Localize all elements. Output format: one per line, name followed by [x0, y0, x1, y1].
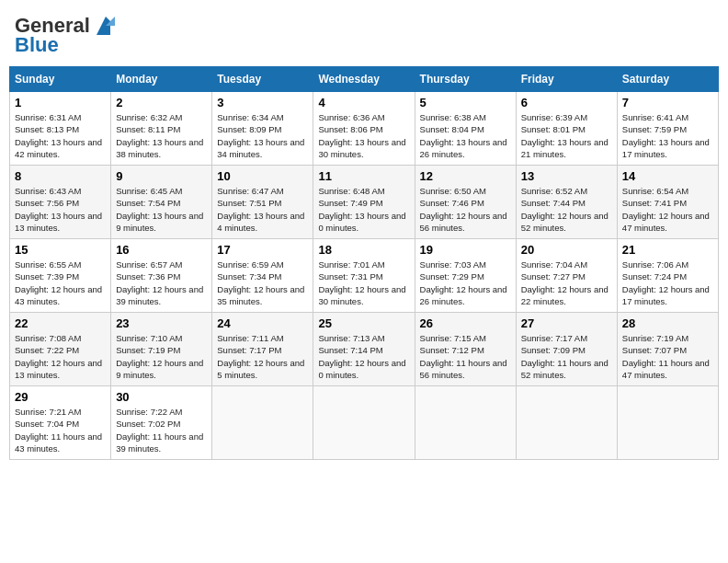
day-detail: Sunrise: 6:41 AMSunset: 7:59 PMDaylight:…: [622, 111, 713, 160]
day-number: 12: [420, 169, 511, 183]
day-detail: Sunrise: 6:43 AMSunset: 7:56 PMDaylight:…: [15, 185, 106, 234]
calendar-cell: 18 Sunrise: 7:01 AMSunset: 7:31 PMDaylig…: [313, 239, 415, 313]
day-number: 18: [318, 243, 409, 257]
day-number: 13: [521, 169, 612, 183]
calendar-cell: 29 Sunrise: 7:21 AMSunset: 7:04 PMDaylig…: [10, 386, 111, 460]
day-number: 21: [622, 243, 713, 257]
calendar-cell: 13 Sunrise: 6:52 AMSunset: 7:44 PMDaylig…: [516, 166, 617, 239]
calendar-cell: 28 Sunrise: 7:19 AMSunset: 7:07 PMDaylig…: [617, 313, 718, 386]
calendar-table: SundayMondayTuesdayWednesdayThursdayFrid…: [9, 66, 719, 460]
calendar-cell: 21 Sunrise: 7:06 AMSunset: 7:24 PMDaylig…: [617, 239, 718, 313]
day-number: 11: [318, 169, 409, 183]
day-number: 23: [116, 316, 207, 330]
calendar-cell: 16 Sunrise: 6:57 AMSunset: 7:36 PMDaylig…: [111, 239, 212, 313]
weekday-header-sunday: Sunday: [10, 67, 111, 92]
day-number: 3: [217, 96, 308, 109]
calendar-cell: 30 Sunrise: 7:22 AMSunset: 7:02 PMDaylig…: [111, 386, 212, 460]
day-detail: Sunrise: 7:10 AMSunset: 7:19 PMDaylight:…: [116, 332, 207, 381]
day-number: 4: [318, 96, 409, 109]
day-detail: Sunrise: 6:59 AMSunset: 7:34 PMDaylight:…: [217, 259, 308, 307]
day-detail: Sunrise: 6:31 AMSunset: 8:13 PMDaylight:…: [15, 111, 106, 160]
day-number: 10: [217, 169, 308, 183]
calendar-cell: 7 Sunrise: 6:41 AMSunset: 7:59 PMDayligh…: [617, 92, 718, 166]
day-number: 26: [420, 316, 511, 330]
day-number: 9: [116, 169, 207, 183]
calendar-cell: 26 Sunrise: 7:15 AMSunset: 7:12 PMDaylig…: [415, 313, 516, 386]
calendar-cell: 12 Sunrise: 6:50 AMSunset: 7:46 PMDaylig…: [415, 166, 516, 239]
day-detail: Sunrise: 6:38 AMSunset: 8:04 PMDaylight:…: [420, 111, 511, 160]
calendar-cell: 3 Sunrise: 6:34 AMSunset: 8:09 PMDayligh…: [212, 92, 313, 166]
day-detail: Sunrise: 7:04 AMSunset: 7:27 PMDaylight:…: [521, 259, 612, 307]
page-header: General Blue: [9, 9, 719, 59]
calendar-cell: 8 Sunrise: 6:43 AMSunset: 7:56 PMDayligh…: [10, 166, 111, 239]
calendar-cell: [415, 386, 516, 460]
day-number: 22: [15, 316, 106, 330]
calendar-cell: 23 Sunrise: 7:10 AMSunset: 7:19 PMDaylig…: [111, 313, 212, 386]
calendar-cell: 15 Sunrise: 6:55 AMSunset: 7:39 PMDaylig…: [10, 239, 111, 313]
calendar-cell: 5 Sunrise: 6:38 AMSunset: 8:04 PMDayligh…: [415, 92, 516, 166]
day-number: 7: [622, 96, 713, 109]
calendar-cell: 10 Sunrise: 6:47 AMSunset: 7:51 PMDaylig…: [212, 166, 313, 239]
day-detail: Sunrise: 6:36 AMSunset: 8:06 PMDaylight:…: [318, 111, 409, 160]
day-detail: Sunrise: 7:01 AMSunset: 7:31 PMDaylight:…: [318, 259, 409, 307]
day-detail: Sunrise: 7:06 AMSunset: 7:24 PMDaylight:…: [622, 259, 713, 307]
weekday-header-wednesday: Wednesday: [313, 67, 415, 92]
weekday-header-monday: Monday: [111, 67, 212, 92]
day-number: 15: [15, 243, 106, 257]
calendar-cell: 22 Sunrise: 7:08 AMSunset: 7:22 PMDaylig…: [10, 313, 111, 386]
day-detail: Sunrise: 6:32 AMSunset: 8:11 PMDaylight:…: [116, 111, 207, 160]
calendar-cell: 20 Sunrise: 7:04 AMSunset: 7:27 PMDaylig…: [516, 239, 617, 313]
day-detail: Sunrise: 7:15 AMSunset: 7:12 PMDaylight:…: [420, 332, 511, 381]
day-detail: Sunrise: 6:57 AMSunset: 7:36 PMDaylight:…: [116, 259, 207, 307]
day-detail: Sunrise: 6:52 AMSunset: 7:44 PMDaylight:…: [521, 185, 612, 234]
day-detail: Sunrise: 7:03 AMSunset: 7:29 PMDaylight:…: [420, 259, 511, 307]
day-number: 30: [116, 390, 207, 404]
day-number: 8: [15, 169, 106, 183]
calendar-cell: 19 Sunrise: 7:03 AMSunset: 7:29 PMDaylig…: [415, 239, 516, 313]
day-number: 28: [622, 316, 713, 330]
calendar-cell: 2 Sunrise: 6:32 AMSunset: 8:11 PMDayligh…: [111, 92, 212, 166]
day-number: 1: [15, 96, 106, 109]
day-number: 2: [116, 96, 207, 109]
day-detail: Sunrise: 7:08 AMSunset: 7:22 PMDaylight:…: [15, 332, 106, 381]
weekday-header-saturday: Saturday: [617, 67, 718, 92]
day-detail: Sunrise: 6:45 AMSunset: 7:54 PMDaylight:…: [116, 185, 207, 234]
calendar-cell: 4 Sunrise: 6:36 AMSunset: 8:06 PMDayligh…: [313, 92, 415, 166]
logo-blue-text: Blue: [15, 35, 59, 55]
calendar-cell: [313, 386, 415, 460]
weekday-header-friday: Friday: [516, 67, 617, 92]
day-detail: Sunrise: 7:21 AMSunset: 7:04 PMDaylight:…: [15, 406, 106, 454]
day-detail: Sunrise: 6:54 AMSunset: 7:41 PMDaylight:…: [622, 185, 713, 234]
day-detail: Sunrise: 6:39 AMSunset: 8:01 PMDaylight:…: [521, 111, 612, 160]
logo: General Blue: [15, 13, 119, 55]
calendar-cell: [516, 386, 617, 460]
day-detail: Sunrise: 7:22 AMSunset: 7:02 PMDaylight:…: [116, 406, 207, 454]
calendar-cell: 25 Sunrise: 7:13 AMSunset: 7:14 PMDaylig…: [313, 313, 415, 386]
calendar-cell: 17 Sunrise: 6:59 AMSunset: 7:34 PMDaylig…: [212, 239, 313, 313]
day-detail: Sunrise: 6:50 AMSunset: 7:46 PMDaylight:…: [420, 185, 511, 234]
day-number: 25: [318, 316, 409, 330]
day-number: 24: [217, 316, 308, 330]
day-detail: Sunrise: 6:34 AMSunset: 8:09 PMDaylight:…: [217, 111, 308, 160]
day-number: 17: [217, 243, 308, 257]
calendar-cell: 24 Sunrise: 7:11 AMSunset: 7:17 PMDaylig…: [212, 313, 313, 386]
weekday-header-tuesday: Tuesday: [212, 67, 313, 92]
day-number: 6: [521, 96, 612, 109]
calendar-cell: 6 Sunrise: 6:39 AMSunset: 8:01 PMDayligh…: [516, 92, 617, 166]
day-detail: Sunrise: 7:11 AMSunset: 7:17 PMDaylight:…: [217, 332, 308, 381]
day-detail: Sunrise: 7:17 AMSunset: 7:09 PMDaylight:…: [521, 332, 612, 381]
day-detail: Sunrise: 6:48 AMSunset: 7:49 PMDaylight:…: [318, 185, 409, 234]
day-detail: Sunrise: 6:47 AMSunset: 7:51 PMDaylight:…: [217, 185, 308, 234]
weekday-header-thursday: Thursday: [415, 67, 516, 92]
day-detail: Sunrise: 6:55 AMSunset: 7:39 PMDaylight:…: [15, 259, 106, 307]
calendar-cell: [617, 386, 718, 460]
day-detail: Sunrise: 7:19 AMSunset: 7:07 PMDaylight:…: [622, 332, 713, 381]
day-number: 20: [521, 243, 612, 257]
calendar-cell: [212, 386, 313, 460]
logo-icon: [92, 13, 119, 39]
day-detail: Sunrise: 7:13 AMSunset: 7:14 PMDaylight:…: [318, 332, 409, 381]
day-number: 16: [116, 243, 207, 257]
day-number: 14: [622, 169, 713, 183]
calendar-cell: 27 Sunrise: 7:17 AMSunset: 7:09 PMDaylig…: [516, 313, 617, 386]
day-number: 29: [15, 390, 106, 404]
